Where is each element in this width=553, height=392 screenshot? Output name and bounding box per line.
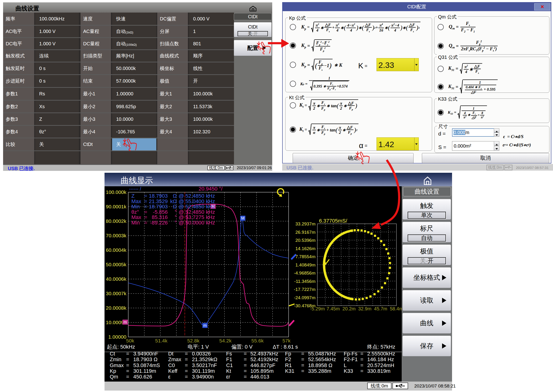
- svg-text:------ /: ------ /: [129, 186, 141, 191]
- svg-text:Max: Max: [131, 214, 141, 220]
- svg-text:=: =: [185, 374, 188, 380]
- svg-text:301.119m: 301.119m: [192, 368, 215, 374]
- svg-text:18.7903 Ω: 18.7903 Ω: [133, 357, 158, 362]
- svg-text:kHz: kHz: [206, 209, 215, 215]
- svg-text:50.0005k: 50.0005k: [106, 262, 127, 267]
- svg-text:εr: εr: [226, 374, 230, 380]
- svg-text:°: °: [175, 209, 177, 215]
- svg-text:7.78554m: 7.78554m: [295, 254, 316, 259]
- svg-text:6.37705mS/: 6.37705mS/: [319, 218, 347, 224]
- svg-text:Gmax: Gmax: [110, 362, 124, 368]
- svg-text:53.7275: 53.7275: [185, 214, 204, 220]
- svg-text:335.288m: 335.288m: [308, 368, 331, 374]
- svg-text:kHz: kHz: [206, 198, 215, 204]
- svg-text:60.0004k: 60.0004k: [106, 247, 127, 253]
- svg-text:14.1626m: 14.1626m: [295, 246, 316, 251]
- svg-text:=: =: [360, 368, 363, 374]
- svg-text:kHz: kHz: [206, 193, 215, 199]
- svg-text:52.4192kHz: 52.4192kHz: [250, 357, 278, 362]
- svg-text:Ω: Ω: [173, 203, 177, 210]
- svg-text:1.40849m: 1.40849m: [295, 262, 316, 267]
- svg-text:电平: 1 V: 电平: 1 V: [188, 344, 209, 350]
- svg-text:54.2k: 54.2k: [219, 338, 232, 343]
- svg-text:=: =: [144, 220, 147, 226]
- svg-text:=: =: [244, 362, 247, 368]
- svg-text:Fp: Fp: [285, 351, 291, 357]
- svg-text:55.6k: 55.6k: [251, 338, 264, 343]
- svg-text:Z: Z: [131, 193, 135, 199]
- svg-text:=: =: [301, 357, 304, 362]
- svg-text:20.9450 °/: 20.9450 °/: [199, 186, 223, 192]
- svg-text:-4.96856m: -4.96856m: [294, 271, 316, 275]
- svg-text:=: =: [185, 368, 188, 374]
- svg-text:F2-F1: F2-F1: [344, 357, 358, 362]
- svg-text:57k: 57k: [282, 338, 291, 343]
- svg-text:52.8k: 52.8k: [187, 338, 200, 343]
- svg-text:Min: Min: [131, 220, 140, 226]
- svg-text:Keff: Keff: [168, 368, 178, 374]
- svg-text:=: =: [144, 214, 147, 220]
- svg-text:-11.3456m: -11.3456m: [294, 279, 316, 284]
- svg-text:kHz: kHz: [206, 220, 215, 226]
- svg-text:18.7903: 18.7903: [149, 203, 168, 210]
- svg-text:ΔT : 8.61 s: ΔT : 8.61 s: [273, 344, 298, 350]
- svg-text:Min: Min: [131, 203, 140, 210]
- svg-text:=: =: [301, 351, 304, 357]
- svg-text:-24.0997m: -24.0997m: [294, 295, 316, 300]
- svg-text:52.4850: 52.4850: [185, 203, 204, 210]
- svg-text:100.000k: 100.000k: [106, 189, 127, 195]
- svg-text:18.7903: 18.7903: [149, 193, 168, 199]
- svg-text:Ω: Ω: [173, 193, 177, 199]
- svg-text:=: =: [244, 368, 247, 374]
- svg-text:330.819m: 330.819m: [367, 368, 390, 374]
- svg-text:M: M: [241, 216, 244, 220]
- svg-text:-17.7227m: -17.7227m: [294, 287, 316, 292]
- svg-text:@: @: [179, 209, 184, 215]
- svg-text:90.0001k: 90.0001k: [106, 204, 127, 209]
- svg-text:=: =: [185, 351, 188, 357]
- svg-text:20.0008k: 20.0008k: [106, 305, 127, 311]
- svg-text:32.9m: 32.9m: [358, 306, 372, 311]
- svg-text:F1: F1: [226, 357, 232, 362]
- svg-text:@: @: [179, 220, 184, 226]
- svg-text:45.7m: 45.7m: [374, 306, 388, 311]
- svg-text:2.55500kHz: 2.55500kHz: [367, 351, 395, 357]
- svg-text:kHz: kHz: [206, 214, 215, 220]
- svg-text:55.0400: 55.0400: [185, 198, 204, 204]
- svg-text:=: =: [126, 368, 129, 374]
- svg-text:=: =: [360, 357, 363, 362]
- svg-text:起点: 50kHz: 起点: 50kHz: [107, 344, 135, 350]
- svg-text:=: =: [126, 362, 129, 368]
- svg-text:Dt: Dt: [168, 351, 173, 357]
- svg-text:Kp: Kp: [110, 368, 116, 374]
- svg-text:301.119m: 301.119m: [133, 368, 156, 374]
- svg-text:446.013: 446.013: [250, 374, 269, 380]
- svg-text:Ct: Ct: [110, 351, 115, 357]
- svg-text:1.00000: 1.00000: [108, 334, 126, 340]
- svg-text:21.3529: 21.3529: [149, 198, 168, 204]
- svg-text:°: °: [175, 220, 177, 226]
- svg-text:=: =: [244, 351, 247, 357]
- svg-text:21.3529kΩ: 21.3529kΩ: [192, 357, 217, 362]
- svg-text:-89.226: -89.226: [150, 220, 168, 226]
- svg-text:85.316: 85.316: [152, 214, 168, 220]
- svg-text:26.9167m: 26.9167m: [295, 230, 316, 235]
- svg-text:20.5724mH: 20.5724mH: [367, 362, 394, 368]
- svg-text:40.0006k: 40.0006k: [106, 276, 127, 282]
- svg-text:18.8958 Ω: 18.8958 Ω: [308, 362, 332, 368]
- svg-text:3.94900n: 3.94900n: [192, 374, 214, 380]
- svg-text:Zmin: Zmin: [110, 357, 121, 362]
- svg-text:Fs: Fs: [226, 351, 232, 357]
- svg-text:20.5396m: 20.5396m: [295, 238, 316, 243]
- svg-text:20.2m: 20.2m: [342, 306, 356, 311]
- svg-text:K33: K33: [344, 368, 353, 374]
- svg-text:ε: ε: [168, 374, 171, 380]
- svg-text:=: =: [360, 351, 363, 357]
- svg-text:C1: C1: [226, 362, 233, 368]
- svg-text:=: =: [360, 362, 363, 368]
- svg-text:446.827pF: 446.827pF: [250, 362, 275, 368]
- svg-text:=: =: [126, 374, 129, 380]
- svg-text:-5.29m: -5.29m: [310, 306, 325, 311]
- svg-text:=: =: [301, 362, 304, 368]
- svg-text:θz°: θz°: [131, 209, 139, 215]
